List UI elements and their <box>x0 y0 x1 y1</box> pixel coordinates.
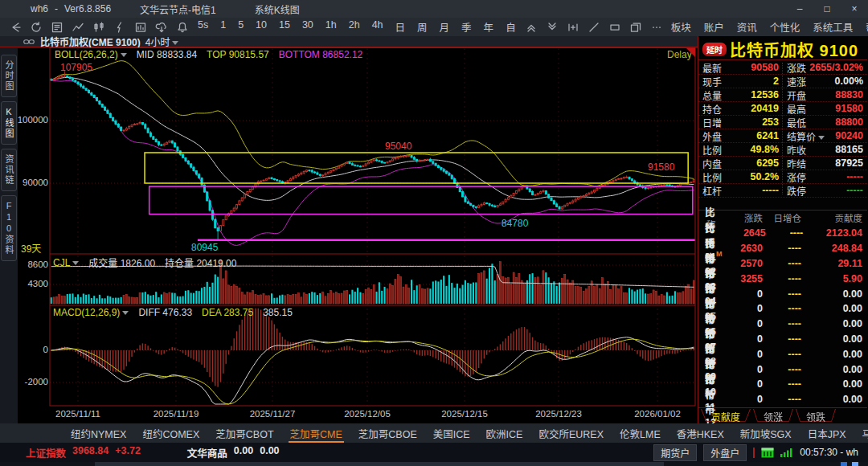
exchange-tab-马来西亚BMD[interactable]: 马来西亚BMD <box>854 423 868 443</box>
contract-row[interactable]: 比特币080----0.00 <box>698 332 867 347</box>
quote-page-icon[interactable] <box>50 21 63 34</box>
menu-资讯[interactable]: 资讯 <box>737 19 757 35</box>
column-header[interactable]: 贡献度 <box>801 211 867 224</box>
add-pane-icon[interactable] <box>567 21 580 34</box>
kline-chart[interactable] <box>18 36 698 423</box>
sidebar-tab-F10资料[interactable]: F10资料 <box>1 195 17 261</box>
exchange-tab-欧交所EUREX[interactable]: 欧交所EUREX <box>530 423 612 443</box>
exchange-tab-新加坡SGX[interactable]: 新加坡SGX <box>732 423 800 443</box>
contract-row[interactable]: 比特币01M2645----2123.04 <box>698 226 867 241</box>
quote-title[interactable]: 比特币加权 9100 <box>730 38 858 61</box>
main-toolbar: 5s151015301h2h4h日周月季年自 板块账户资讯个性化系统工具帮助 <box>0 18 868 36</box>
quote-row: 比例49.8%昨收88165 <box>698 143 867 157</box>
menu-板块[interactable]: 板块 <box>671 19 691 35</box>
timeframe-10[interactable]: 10 <box>254 19 268 35</box>
timeframe-5s[interactable]: 5s <box>196 19 210 35</box>
alert-icon[interactable] <box>175 21 189 34</box>
axis-tick-label: 8600 <box>11 260 48 269</box>
contract-row[interactable]: 比特币100----0.00 <box>698 362 867 377</box>
timeframe-日[interactable]: 日 <box>394 19 407 35</box>
date-tick-label: 2025/11/19 <box>154 409 199 419</box>
collapse-up-icon[interactable] <box>525 21 538 34</box>
sidebar-tab-分时图[interactable]: 分时图 <box>1 55 17 97</box>
panel-tab-贡献度[interactable]: 贡献度 <box>701 409 751 425</box>
quote-value: ----- <box>762 185 779 196</box>
more-icon[interactable] <box>650 21 664 34</box>
menu-账户[interactable]: 账户 <box>704 19 724 35</box>
exchange-tab-欧洲ICE[interactable]: 欧洲ICE <box>478 423 531 443</box>
timeframe-15[interactable]: 15 <box>277 19 292 35</box>
quote-label[interactable]: 结算价 <box>787 129 825 143</box>
compression-icon[interactable] <box>113 21 126 34</box>
contract-row[interactable]: 比特币070----0.00 <box>698 317 867 332</box>
contract-row[interactable]: 比特币090----0.00 <box>698 346 867 362</box>
back-icon[interactable] <box>8 21 22 34</box>
panel-tab-领跌[interactable]: 领跌 <box>796 409 836 425</box>
kline-icon[interactable] <box>92 21 105 34</box>
refresh-icon[interactable] <box>29 21 43 34</box>
quote-value: 253 <box>762 117 779 128</box>
exchange-tab-日本JPX[interactable]: 日本JPX <box>800 423 854 443</box>
status-bar: 上证指数3968.84+3.72 文华商品0.000.00 期货户 外盘户 00… <box>0 443 868 462</box>
shanghai-index[interactable]: 上证指数3968.84+3.72 <box>26 445 141 460</box>
close-button[interactable]: × <box>841 0 868 18</box>
exchange-tab-芝加哥CBOE[interactable]: 芝加哥CBOE <box>350 423 425 443</box>
quote-value: 88800 <box>835 117 863 128</box>
panel-divider <box>698 210 867 211</box>
exchange-tab-美国ICE[interactable]: 美国ICE <box>425 423 478 443</box>
contract-row[interactable]: 比特币043255----5.90 <box>698 271 867 286</box>
exchange-tab-纽约NYMEX[interactable]: 纽约NYMEX <box>63 423 134 443</box>
trendline-icon[interactable] <box>588 21 601 34</box>
contract-contribution: 248.84 <box>801 243 867 254</box>
rect-tool-icon[interactable] <box>608 21 622 34</box>
contract-change: 2645 <box>722 227 765 239</box>
contract-row[interactable]: 比特币110----0.00 <box>698 377 867 392</box>
column-header[interactable]: 涨跌 <box>718 211 763 224</box>
external-account-button[interactable]: 外盘户 <box>703 444 747 461</box>
timeframe-月[interactable]: 月 <box>438 19 452 35</box>
maximize-button[interactable]: □ <box>813 0 841 18</box>
timeframe-季[interactable]: 季 <box>460 19 473 35</box>
taskbar-sliver <box>0 462 868 466</box>
contract-oi-change: ---- <box>763 378 801 390</box>
timeframe-1[interactable]: 1 <box>219 19 227 35</box>
futures-account-button[interactable]: 期货户 <box>653 444 697 461</box>
timeframe-30[interactable]: 30 <box>301 19 315 35</box>
cloud-download-icon[interactable] <box>154 21 168 34</box>
quote-value: 0.00% <box>835 76 863 87</box>
panel-divider <box>698 407 867 408</box>
wenhua-index[interactable]: 文华商品0.000.00 <box>187 445 280 460</box>
panel-tab-领涨[interactable]: 领涨 <box>753 409 793 425</box>
timeline-icon[interactable] <box>71 21 84 34</box>
panel-tabs: 贡献度领涨领跌 <box>701 409 836 425</box>
menu-系统工具[interactable]: 系统工具 <box>813 19 853 35</box>
expand-down-icon[interactable] <box>546 21 559 34</box>
timeframe-周[interactable]: 周 <box>416 19 429 35</box>
quote-label: 杠杆 <box>702 184 722 198</box>
timeframe-2h[interactable]: 2h <box>347 19 362 35</box>
menu-个性化[interactable]: 个性化 <box>770 19 800 35</box>
page-layout-icon[interactable] <box>629 21 643 34</box>
contract-row[interactable]: 比特币032570----29.11 <box>698 256 867 272</box>
contract-row[interactable]: 比特币120----0.00 <box>698 392 867 407</box>
exchange-tab-芝加哥CME[interactable]: 芝加哥CME <box>282 423 350 443</box>
axis-tick-label: 4300 <box>11 279 48 288</box>
exchange-tab-芝加哥CBOT[interactable]: 芝加哥CBOT <box>207 423 281 443</box>
contract-row[interactable]: 比特币060----0.00 <box>698 301 867 317</box>
contract-row[interactable]: 比特币050----0.00 <box>698 286 867 301</box>
column-header[interactable]: 日增仓 <box>763 211 801 224</box>
timeframe-年[interactable]: 年 <box>482 19 496 35</box>
indicator-window-icon[interactable] <box>133 21 147 34</box>
contract-contribution: 29.11 <box>801 258 867 269</box>
timeframe-1h[interactable]: 1h <box>324 19 338 35</box>
quote-row: 日增253最低88800 <box>698 116 867 129</box>
timeframe-自[interactable]: 自 <box>504 19 518 35</box>
timeframe-5[interactable]: 5 <box>236 19 245 35</box>
exchange-tab-伦敦LME[interactable]: 伦敦LME <box>612 423 669 443</box>
minimize-button[interactable]: – <box>786 0 813 18</box>
timeframe-4h[interactable]: 4h <box>371 19 385 35</box>
exchange-tab-纽约COMEX[interactable]: 纽约COMEX <box>134 423 207 443</box>
contract-row[interactable]: 比特币022630----248.84 <box>698 241 867 256</box>
exchange-tab-香港HKEX[interactable]: 香港HKEX <box>669 423 732 443</box>
quote-label: 涨跌 <box>787 61 806 75</box>
